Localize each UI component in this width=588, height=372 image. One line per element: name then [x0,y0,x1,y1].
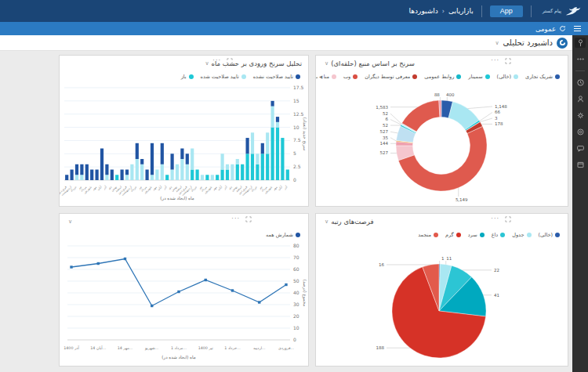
legend-item[interactable]: داغ [492,232,506,238]
legend-dot-icon [456,74,461,79]
chevron-down-icon[interactable]: ∨ [495,40,499,46]
chart-title: سرنخ بر اساس منبع (حلقه‌ای) [331,60,415,67]
app-button[interactable]: App [490,5,523,17]
legend-prev-icon[interactable]: ◀ [318,74,324,79]
user-icon[interactable] [575,94,586,104]
svg-text:10: 10 [293,125,299,130]
svg-text:0: 0 [293,177,296,182]
legend-label: معرفی توسط دیگران [365,74,410,80]
chevron-down-icon[interactable]: ∨ [68,219,72,225]
svg-text:6: 6 [386,117,389,121]
svg-text:20: 20 [293,313,299,319]
expand-icon[interactable] [505,58,511,64]
svg-text:شهریو...: شهریو... [144,346,158,351]
svg-text:آذر 1400: آذر 1400 [64,345,79,351]
legend-dot-icon [412,74,417,79]
chart-legend: ◀ شریک تجاری(خالی)سمینارروابط عمومیمعرفی… [316,71,568,81]
legend-dot-icon [332,74,336,79]
legend-item[interactable]: سرد [468,232,485,238]
legend-dot-icon [500,233,505,237]
legend-item[interactable]: (خالی) [497,74,518,80]
legend-item[interactable]: (خالی) [539,232,560,238]
dashboard-grid: تحلیل سرنخ ورودی بر حسب ماه ∨ ··· تایید … [0,51,572,372]
legend-item[interactable]: روابط عمومی [424,74,461,80]
gear-icon[interactable] [575,110,586,121]
svg-text:30: 30 [293,302,299,307]
svg-text:66: 66 [495,110,500,114]
donut-chart[interactable]: 4001,1486631785,14952714435527526521,583… [316,81,568,205]
legend-item[interactable]: منجمد [418,232,438,238]
svg-text:144: 144 [380,141,389,146]
legend-label: منجمد [418,232,431,238]
svg-text:527: 527 [380,150,389,155]
hamburger-menu-icon[interactable] [572,24,583,33]
svg-text:خرداد 1...: خرداد 1... [224,346,240,351]
divider [481,5,482,17]
svg-text:5: 5 [293,150,296,156]
svg-text:16: 16 [379,262,384,267]
coin-icon[interactable] [575,127,586,137]
divider [531,5,532,17]
history-icon[interactable] [575,78,586,88]
legend-item[interactable]: گرم [445,232,461,238]
more-options-icon[interactable]: ··· [231,216,240,222]
legend-dot-icon [456,233,461,237]
chart-legend: تایید صلاحیت نشدهتایید صلاحیت شدهباز [60,71,308,81]
more-icon[interactable] [575,54,586,64]
legend-item[interactable]: معرفی توسط دیگران [365,74,417,80]
legend-label: باز [181,74,187,80]
chat-icon[interactable] [575,143,586,153]
svg-text:527: 527 [380,129,389,134]
chart-card-leads-by-month: تحلیل سرنخ ورودی بر حسب ماه ∨ ··· تایید … [59,55,309,207]
expand-icon[interactable] [245,216,252,222]
svg-text:40: 40 [293,290,299,295]
legend-label: (خالی) [539,232,553,238]
logo-caption: پیام گستر [543,9,561,14]
legend-item[interactable]: تایید صلاحیت نشده [253,74,300,80]
chart-card-trend: ∨ ··· شمارش همه 01020304050607080آذر 140… [59,213,309,367]
box-icon[interactable] [575,160,586,170]
expand-icon[interactable] [505,216,511,222]
legend-item[interactable]: تایید صلاحیت شده [201,74,246,80]
legend-item[interactable]: باز [181,74,194,80]
svg-text:2.5: 2.5 [293,164,301,169]
breadcrumb-section[interactable]: بازاریابی [448,7,474,15]
page-title: داشبورد تحلیلی [503,38,553,47]
pin-icon[interactable] [575,38,586,48]
module-bar: عمومی [0,22,588,35]
svg-text:1,148: 1,148 [495,104,507,109]
legend-item[interactable]: وب [343,74,358,80]
more-options-icon[interactable]: ··· [491,216,499,222]
chart-title: فرصت‌های رتبه [331,218,373,226]
svg-text:3: 3 [495,116,498,121]
chevron-down-icon[interactable]: ∨ [205,60,209,67]
module-label-group[interactable]: عمومی [535,25,566,33]
legend-item[interactable]: سمینار [468,74,489,80]
svg-text:188: 188 [376,345,385,350]
chevron-down-icon[interactable]: ∨ [325,219,328,225]
legend-item[interactable]: شریک تجاری [525,74,560,80]
breadcrumb-page[interactable]: داشبوردها [409,7,438,15]
legend-item[interactable]: شمارش همه [266,232,300,238]
pie-chart[interactable]: 111224118816 [316,240,568,365]
expand-icon[interactable] [227,58,233,64]
more-options-icon[interactable]: ··· [212,58,221,64]
svg-text:فروردی...: فروردی... [278,346,294,351]
chevron-down-icon[interactable]: ∨ [325,60,328,67]
svg-text:12.5: 12.5 [293,111,304,117]
legend-label: تایید صلاحیت شده [201,74,239,80]
legend-dot-icon [480,233,485,237]
legend-item[interactable]: جدول [512,232,531,238]
payamgostar-logo[interactable]: پیام گستر [539,6,582,16]
legend-dot-icon [434,233,438,237]
refresh-icon[interactable] [559,25,566,32]
more-options-icon[interactable]: ··· [491,58,499,64]
legend-dot-icon [189,74,194,79]
svg-text:1: 1 [441,256,445,261]
svg-text:70: 70 [293,255,299,260]
stacked-bar-chart[interactable]: 02.557.51012.51517.5فروردیناردیبهشتخرداد… [60,81,308,205]
card-header: سرنخ بر اساس منبع (حلقه‌ای) ∨ ··· [316,56,568,71]
line-chart[interactable]: 01020304050607080آذر 1400آبان 14...مهر 1… [60,240,308,365]
svg-text:تیر 1400: تیر 1400 [198,346,214,351]
svg-text:80: 80 [293,243,299,248]
